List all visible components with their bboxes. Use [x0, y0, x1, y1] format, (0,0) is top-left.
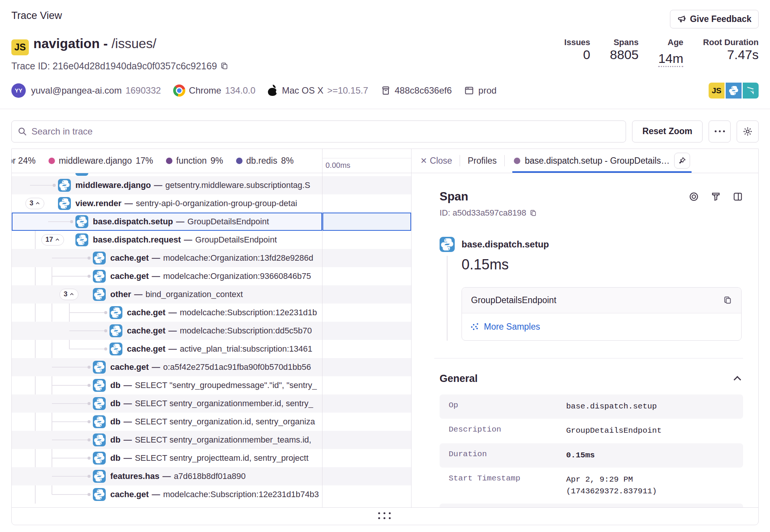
meta-environment: prod — [464, 85, 496, 96]
browser-name: Chrome — [189, 85, 221, 96]
tree-row[interactable]: cache.get—modelcache:Organization:936608… — [12, 267, 322, 285]
waterfall-row[interactable] — [322, 322, 411, 340]
waterfall-row[interactable] — [322, 285, 411, 304]
tree-row[interactable]: 3 view.render—sentry-api-0-organization-… — [12, 194, 322, 213]
more-options-button[interactable] — [709, 120, 731, 142]
tree-row[interactable]: base.dispatch.setup—GroupDetailsEndpoint — [12, 213, 322, 231]
tree-connector — [69, 330, 104, 331]
span-op: cache.get — [110, 253, 149, 263]
stat-value[interactable]: 14m — [658, 51, 683, 67]
general-table: Op base.dispatch.setup Description Group… — [440, 394, 743, 507]
waterfall-row[interactable] — [322, 376, 411, 394]
legend-item[interactable]: function 9% — [166, 156, 223, 166]
tree-row[interactable]: cache.get—active_plan_trial:subscription… — [12, 340, 322, 358]
split-panel-icon[interactable] — [732, 191, 743, 202]
tab-active-span[interactable]: base.dispatch.setup - GroupDetails… — [512, 149, 692, 173]
waterfall-row[interactable] — [322, 467, 411, 485]
tab-profiles[interactable]: Profiles — [468, 156, 497, 166]
waterfall-row[interactable] — [322, 394, 411, 413]
span-op: view.render — [75, 199, 121, 208]
python-platform-icon — [726, 83, 742, 99]
focus-target-icon[interactable] — [689, 191, 699, 202]
waterfall-row[interactable] — [322, 304, 411, 322]
drag-handle[interactable] — [378, 512, 392, 520]
waterfall-row[interactable] — [322, 358, 411, 376]
general-key: Description — [449, 425, 566, 437]
tree-connector — [69, 312, 104, 313]
general-section-title: General — [440, 373, 478, 385]
general-row: Op base.dispatch.setup — [440, 394, 743, 419]
tree-row[interactable]: cache.get—o:a5f42e275d1ac91fba90f0b570d1… — [12, 358, 322, 376]
general-key: Op — [449, 401, 566, 412]
filter-funnel-icon[interactable] — [711, 191, 721, 202]
legend-pct: 17% — [136, 156, 153, 166]
waterfall-header: 0.00ms — [322, 149, 411, 173]
trace-id-label: Trace ID: 216e04d28d1940da9c0f0357c6c921… — [11, 61, 217, 72]
reset-zoom-button[interactable]: Reset Zoom — [632, 120, 703, 142]
collapse-badge[interactable]: 3 — [59, 289, 78, 300]
tree-row[interactable]: cache.get—modelcache:Organization:13fd28… — [12, 249, 322, 267]
tree-row[interactable]: cache.get—modelcache:Subscription:dd5c5b… — [12, 322, 322, 340]
trace-stat: Age 14m — [658, 38, 683, 72]
tree-rows: middleware.django—getsentry.middleware.s… — [12, 173, 322, 507]
trace-toolbar: Reset Zoom — [0, 120, 770, 142]
tree-row[interactable]: features.has—a7d618b8df01a890 — [12, 467, 322, 485]
settings-button[interactable] — [737, 120, 759, 142]
tree-row[interactable]: 3 other—bind_organization_context — [12, 285, 322, 304]
pin-tab-button[interactable] — [674, 153, 690, 169]
legend-item[interactable]: db.redis 8% — [236, 156, 294, 166]
waterfall-time-label: 0.00ms — [326, 161, 351, 170]
search-input[interactable] — [11, 120, 626, 142]
waterfall-row[interactable] — [322, 485, 411, 504]
waterfall-pane: 0.00ms — [322, 149, 412, 507]
tree-row[interactable]: db—SELECT "sentry_groupedmessage"."id", … — [12, 376, 322, 394]
waterfall-row[interactable] — [322, 449, 411, 467]
waterfall-row[interactable] — [322, 249, 411, 267]
collapse-badge[interactable]: 17 — [41, 234, 64, 246]
waterfall-row[interactable] — [322, 194, 411, 213]
tree-row[interactable]: db—SELECT sentry_projectteam.id, sentry_… — [12, 449, 322, 467]
copy-icon[interactable] — [723, 296, 732, 305]
waterfall-row[interactable] — [322, 231, 411, 249]
close-drawer-button[interactable]: × Close — [421, 156, 452, 166]
window-icon — [464, 85, 474, 96]
waterfall-row[interactable] — [322, 413, 411, 431]
waterfall-row[interactable] — [322, 176, 411, 194]
span-description: SELECT sentry_organizationmember_teams.i… — [135, 435, 311, 444]
meta-device: 488c8c636ef6 — [380, 85, 452, 96]
tree-row[interactable]: middleware.django—getsentry.middleware.s… — [12, 176, 322, 194]
tree-row[interactable]: db—SELECT sentry_organizationmember_team… — [12, 431, 322, 449]
waterfall-row[interactable] — [322, 267, 411, 285]
tree-row[interactable]: db—SELECT sentry_organization.id, sentry… — [12, 413, 322, 431]
op-separator: — — [151, 180, 165, 190]
transaction-name: navigation - — [33, 36, 108, 51]
collapse-chevron-icon[interactable] — [734, 376, 741, 383]
span-op: cache.get — [127, 308, 166, 317]
give-feedback-button[interactable]: Give Feedback — [670, 10, 759, 28]
waterfall-row[interactable] — [322, 340, 411, 358]
waterfall-row[interactable] — [322, 213, 411, 231]
copy-icon[interactable] — [220, 62, 228, 70]
span-description: modelcache:Subscription:12e231d1b — [180, 308, 317, 317]
tree-row[interactable]: cache.get—modelcache:Subscription:12e231… — [12, 304, 322, 322]
trace-container: or 24% middleware.django 17% function 9%… — [11, 149, 759, 525]
tree-connector — [52, 476, 88, 477]
span-description: GroupDetailsEndpoint — [195, 235, 277, 244]
badge-count: 3 — [64, 290, 67, 298]
legend-pct: 9% — [211, 156, 223, 166]
span-op: db — [110, 399, 121, 408]
stat-label: Root Duration — [703, 38, 759, 47]
span-description: SELECT sentry_projectteam.id, sentry_pro… — [135, 453, 308, 463]
legend-item[interactable]: middleware.django 17% — [49, 156, 153, 166]
tree-row[interactable]: 17 base.dispatch.request—GroupDetailsEnd… — [12, 231, 322, 249]
legend-item-clipped[interactable]: or 24% — [12, 156, 36, 166]
copy-icon[interactable] — [529, 209, 537, 217]
tree-row[interactable]: db—SELECT sentry_organizationmember.id, … — [12, 394, 322, 413]
tree-row[interactable]: cache.get—modelcache:Subscription:12e231… — [12, 485, 322, 504]
trace-stat: Spans 8805 — [610, 38, 639, 72]
tab-separator — [504, 155, 505, 166]
collapse-badge[interactable]: 3 — [25, 198, 44, 209]
more-samples-link[interactable]: More Samples — [471, 322, 540, 332]
waterfall-row[interactable] — [322, 431, 411, 449]
python-platform-icon — [93, 415, 106, 428]
